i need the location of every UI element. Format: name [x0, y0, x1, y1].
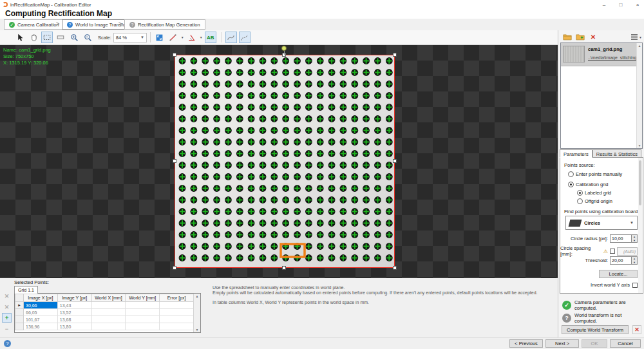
threshold-spinner[interactable]: 20,00 ▲▼	[610, 256, 638, 265]
table-cell[interactable]: 136,96	[24, 323, 58, 330]
zoom-out-icon[interactable]	[82, 32, 93, 43]
maximize-button[interactable]: □	[617, 2, 625, 8]
table-row[interactable]: 66,0513,52	[15, 309, 194, 316]
table-cell[interactable]	[126, 323, 160, 330]
scroll-up-icon[interactable]: ▲	[637, 44, 642, 48]
spinner-arrows-icon[interactable]: ▲▼	[632, 256, 638, 265]
resize-handle-top-right[interactable]	[393, 53, 397, 57]
rectangle-select-tool-icon[interactable]	[41, 32, 53, 43]
help-icon[interactable]: ?	[4, 340, 11, 347]
table-cell[interactable]: 101,67	[24, 316, 58, 323]
scroll-up-icon[interactable]: ▲	[194, 294, 200, 298]
points-table-scrollbar[interactable]: ▲ ▼	[193, 294, 200, 332]
resize-handle-bottom-center[interactable]	[282, 266, 286, 270]
table-cell[interactable]	[91, 302, 126, 309]
circle-radius-spinner[interactable]: 10,00 ▲▼	[610, 234, 638, 243]
resize-handle-mid-left[interactable]	[173, 159, 176, 163]
table-cell[interactable]: 13,68	[57, 316, 91, 323]
threshold-value[interactable]: 20,00	[610, 256, 632, 265]
delete-grid-icon[interactable]: ✕	[2, 302, 12, 312]
cancel-button[interactable]: Cancel	[610, 339, 641, 348]
scale-combobox[interactable]: 84 % ▼	[113, 33, 147, 42]
resize-handle-bottom-right[interactable]	[393, 266, 397, 270]
chevron-down-icon[interactable]: ▼	[639, 35, 642, 39]
list-item-cam1-grid[interactable]: cam1_grid.png ..\media\image_stitching..…	[561, 43, 642, 66]
resize-handle-mid-right[interactable]	[393, 159, 397, 163]
ok-button[interactable]: OK	[582, 339, 607, 348]
radio-offgrid-origin[interactable]: Offgrid origin	[577, 198, 638, 204]
next-button[interactable]: Next >	[545, 339, 579, 348]
minimize-button[interactable]: –	[600, 2, 608, 8]
table-cell[interactable]: 13,52	[57, 309, 91, 316]
open-folder-icon[interactable]	[562, 31, 573, 42]
table-row[interactable]: ▸30,6613,43	[15, 302, 194, 309]
scroll-down-icon[interactable]: ▼	[194, 328, 200, 332]
resize-handle-top-left[interactable]	[173, 53, 176, 57]
labels-toggle-icon[interactable]: AB	[205, 32, 216, 43]
table-cell[interactable]	[160, 323, 194, 330]
table-cell[interactable]	[91, 309, 126, 316]
locate-button[interactable]: Locate...	[599, 270, 638, 278]
select-cursor-icon[interactable]	[14, 32, 26, 43]
board-type-combobox[interactable]: Circles ▼	[565, 216, 638, 230]
remove-image-icon[interactable]: ✕	[587, 31, 599, 42]
zoom-in-icon[interactable]	[68, 32, 80, 43]
curve-tool-icon[interactable]	[225, 32, 237, 43]
table-cell[interactable]	[91, 323, 126, 330]
chevron-down-icon[interactable]: ▼	[181, 35, 184, 39]
fit-to-window-icon[interactable]	[154, 32, 166, 43]
col-image-y[interactable]: Image Y [px]	[57, 294, 91, 302]
tab-camera-calibration[interactable]: ✓ Camera Calibration	[4, 19, 64, 30]
radio-labeled-grid[interactable]: Labeled grid	[577, 190, 638, 196]
table-row[interactable]: 101,6713,68	[15, 316, 194, 323]
view-mode-icon[interactable]	[631, 34, 638, 40]
add-point-icon[interactable]: ＋	[2, 313, 12, 323]
delete-all-points-icon[interactable]: ✕	[2, 291, 12, 301]
circle-spacing-checkbox[interactable]	[610, 249, 615, 254]
circle-spacing-value[interactable]: (Auto)	[617, 247, 638, 256]
table-cell[interactable]	[126, 316, 160, 323]
add-images-folder-icon[interactable]	[574, 31, 586, 42]
file-list-scrollbar[interactable]: ▲ ▼	[636, 43, 642, 148]
resize-handle-bottom-left[interactable]	[173, 266, 176, 270]
table-cell[interactable]	[91, 316, 126, 323]
radio-calibration-grid[interactable]: Calibration grid	[568, 182, 638, 187]
table-row[interactable]: 136,9613,80	[15, 323, 194, 330]
pan-hand-icon[interactable]	[28, 32, 39, 43]
table-cell[interactable]: 66,05	[24, 309, 58, 316]
col-world-y[interactable]: World Y [mm]	[126, 294, 160, 302]
col-world-x[interactable]: World X [mm]	[91, 294, 126, 302]
measure-angle-tool-icon[interactable]	[186, 32, 198, 43]
image-viewport[interactable]: Name: cam1_grid.png Size: 750x750 X: 131…	[0, 45, 558, 278]
parameters-scrollbar[interactable]	[638, 158, 642, 293]
tab-parameters[interactable]: Parameters	[560, 149, 592, 158]
radio-enter-points-manually[interactable]: Enter points manually	[568, 171, 638, 177]
table-cell[interactable]	[126, 302, 160, 309]
region-tool-icon[interactable]	[55, 32, 66, 43]
grid-tab[interactable]: Grid 1.1	[14, 286, 38, 294]
circle-radius-value[interactable]: 10,00	[610, 234, 632, 243]
table-cell[interactable]	[160, 316, 194, 323]
clear-transform-icon[interactable]: ✕	[632, 325, 641, 334]
remove-point-icon[interactable]: −	[2, 324, 12, 334]
freehand-curve-tool-icon[interactable]	[239, 32, 251, 43]
measure-line-tool-icon[interactable]	[167, 32, 179, 43]
file-path-link[interactable]: ..\media\image_stitching...	[588, 55, 640, 60]
table-cell[interactable]: 13,80	[57, 323, 91, 330]
table-cell[interactable]: 30,66	[24, 302, 58, 309]
table-cell[interactable]	[126, 309, 160, 316]
close-button[interactable]: ×	[634, 2, 641, 8]
invert-world-y-checkbox[interactable]	[632, 283, 638, 288]
col-image-x[interactable]: Image X [px]	[24, 294, 58, 302]
table-cell[interactable]: 13,43	[57, 302, 91, 309]
spinner-arrows-icon[interactable]: ▲▼	[632, 234, 638, 243]
col-error[interactable]: Error [px]	[160, 294, 194, 302]
scroll-down-icon[interactable]: ▼	[637, 144, 642, 147]
previous-button[interactable]: < Previous	[509, 339, 543, 348]
table-cell[interactable]	[160, 309, 194, 316]
rotation-handle[interactable]	[281, 46, 287, 51]
chevron-down-icon[interactable]: ▼	[200, 35, 203, 39]
table-cell[interactable]	[160, 302, 194, 309]
calibration-grid-image[interactable]	[175, 55, 394, 267]
compute-world-transform-button[interactable]: Compute World Transform	[562, 325, 629, 334]
